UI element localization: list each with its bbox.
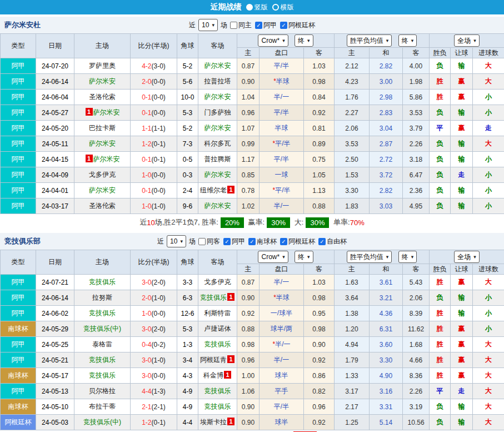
home-team-cell: 1萨尔米安 — [74, 152, 131, 167]
mean-draw-cell: 3.00 — [370, 74, 403, 90]
away-team-cell: 埃斯卡拉1 — [198, 415, 237, 430]
games-label: 场 — [221, 21, 227, 30]
filter-checkbox[interactable]: ✓南球杯 — [248, 237, 277, 246]
mean-away-cell: 2.36 — [403, 183, 430, 198]
score-cell: 0-1(0-1) — [131, 152, 177, 167]
games-label: 场 — [189, 237, 196, 246]
matches-body: 阿甲24-07-21竞技俱乐3-0(2-0)3-3戈多伊克0.87半/一1.03… — [1, 275, 504, 430]
result-wdl-cell: 胜 — [430, 352, 451, 368]
team-name: 萨尔米安 — [204, 202, 231, 210]
team-name: 竞技俱乐(中) — [83, 418, 121, 426]
league-cell: 阿甲 — [1, 167, 36, 183]
scope-select-value: 全场 — [457, 252, 471, 261]
score-half: (0-1) — [152, 156, 166, 163]
match-count-select[interactable]: 10 ▾ — [167, 235, 186, 247]
score-half: (0-0) — [152, 187, 166, 195]
mean-stage-select[interactable]: 终▾ — [398, 34, 417, 47]
score-cell: 0-1(0-0) — [131, 183, 177, 198]
checkbox-icon: ✓ — [280, 22, 287, 29]
score-half: (1-0) — [152, 294, 166, 302]
filter-checkbox[interactable]: ✓阿根廷杯 — [280, 21, 315, 30]
odds-stage-select[interactable]: 终▾ — [295, 34, 313, 47]
match-row: 阿根廷杯24-05-03竞技俱乐(中)1-2(0-1)4-4埃斯卡拉10.90球… — [1, 415, 504, 430]
bookmaker-select-value: Crow* — [261, 36, 280, 45]
scope-select[interactable]: 全场▾ — [454, 251, 480, 263]
date-cell: 24-04-09 — [36, 167, 74, 183]
scope-select[interactable]: 全场▾ — [454, 34, 480, 47]
col-header-mean-home: 主 — [335, 264, 370, 275]
score-cell: 1-0(0-0) — [131, 306, 177, 321]
mean-type-select[interactable]: 胜平负均值▾ — [347, 34, 392, 47]
handicap-cell: 平/半 — [260, 105, 304, 121]
score-half: (1-1) — [152, 125, 166, 132]
score-main: 1-0 — [142, 202, 151, 210]
result-goals-cell: 大 — [473, 337, 504, 352]
result-handicap-cell: 输 — [451, 183, 473, 198]
league-filters: 同主✓阿甲✓阿根廷杯 — [230, 21, 315, 30]
mean-home-cell: 1.63 — [335, 275, 370, 290]
filter-checkbox[interactable]: ✓阿甲 — [255, 21, 277, 30]
match-row: 南球杯24-05-10布拉干蒂2-1(2-1)4-9竞技俱乐0.90平/半0.9… — [1, 399, 504, 415]
team-name: 埃斯卡拉 — [200, 418, 227, 426]
filter-checkbox[interactable]: ✓自由杯 — [318, 237, 347, 246]
col-header-home: 主场 — [74, 34, 131, 58]
date-cell: 24-03-17 — [36, 198, 74, 214]
score-main: 2-0 — [142, 294, 151, 302]
score-half: (2-1) — [152, 403, 166, 411]
filter-checkbox[interactable]: 同主 — [230, 21, 252, 30]
corner-cell: 4-9 — [177, 399, 198, 415]
mean-home-cell: 4.23 — [335, 74, 370, 90]
red-card-badge: 1 — [86, 155, 93, 162]
result-wdl-cell: 负 — [430, 415, 451, 430]
team-name: 萨尔米安 — [204, 93, 231, 101]
result-goals-cell: 小 — [473, 306, 504, 321]
checkbox-label: 同客 — [207, 237, 220, 246]
radio-horizontal-layout[interactable]: 横版 — [272, 3, 294, 12]
radio-horizontal-label: 横版 — [281, 3, 294, 12]
mean-away-cell: 3.19 — [403, 399, 430, 415]
radio-vertical-layout[interactable]: 竖版 — [246, 3, 268, 12]
result-goals-cell: 小 — [473, 183, 504, 198]
mean-draw-cell: 2.82 — [370, 183, 403, 198]
mean-draw-cell: 2.87 — [370, 136, 403, 152]
col-header-handicap: 盘口 — [260, 48, 304, 58]
handicap-cell: *半球 — [260, 74, 304, 90]
col-header-odds-home: 主 — [237, 264, 260, 275]
result-handicap-cell: 赢 — [451, 74, 473, 90]
bookmaker-select[interactable]: Crow*▾ — [258, 34, 288, 47]
mean-type-select[interactable]: 胜平负均值▾ — [347, 251, 392, 263]
result-handicap-cell: 输 — [451, 415, 473, 430]
filter-checkbox[interactable]: ✓阿根廷杯 — [280, 237, 315, 246]
near-label: 近 — [157, 237, 164, 246]
odds-away-cell: 0.82 — [304, 384, 335, 399]
summary-part: 30% — [306, 217, 329, 228]
mean-stage-value: 终 — [402, 252, 408, 261]
handicap-cell: 平/半 — [260, 152, 304, 167]
match-count-select[interactable]: 10 ▾ — [198, 19, 218, 31]
mean-away-cell: 4.95 — [403, 198, 430, 214]
col-header-away: 客场 — [198, 250, 237, 275]
scope-select-value: 全场 — [457, 36, 471, 45]
score-main: 0-1 — [142, 187, 151, 195]
away-team-cell: 萨尔米安 — [198, 58, 237, 74]
col-header-type: 类型 — [1, 34, 36, 58]
away-team-cell: 阿根廷青1 — [198, 352, 237, 368]
filter-checkbox[interactable]: 同客 — [198, 237, 220, 246]
bookmaker-select[interactable]: Crow*▾ — [258, 251, 288, 263]
mean-stage-select[interactable]: 终▾ — [398, 251, 417, 263]
filter-checkbox[interactable]: ✓阿甲 — [223, 237, 245, 246]
result-wdl-cell: 平 — [430, 384, 451, 399]
score-half: (0-0) — [152, 171, 166, 179]
result-wdl-cell: 胜 — [430, 90, 451, 105]
odds-away-cell: 1.13 — [304, 183, 335, 198]
chevron-down-icon: ▾ — [282, 36, 285, 45]
corner-cell: 12-6 — [177, 306, 198, 321]
result-wdl-cell: 负 — [430, 105, 451, 121]
mean-draw-cell: 3.30 — [370, 352, 403, 368]
home-team-cell: 贝尔格拉 — [74, 384, 131, 399]
date-cell: 24-04-15 — [36, 152, 74, 167]
odds-stage-select[interactable]: 终▾ — [295, 251, 313, 263]
summary-part: 单率: — [331, 217, 350, 227]
match-row: 阿甲24-04-151萨尔米安0-1(0-1)0-5普拉腾斯1.17平/半0.7… — [1, 152, 504, 167]
mean-home-cell: 2.12 — [335, 58, 370, 74]
